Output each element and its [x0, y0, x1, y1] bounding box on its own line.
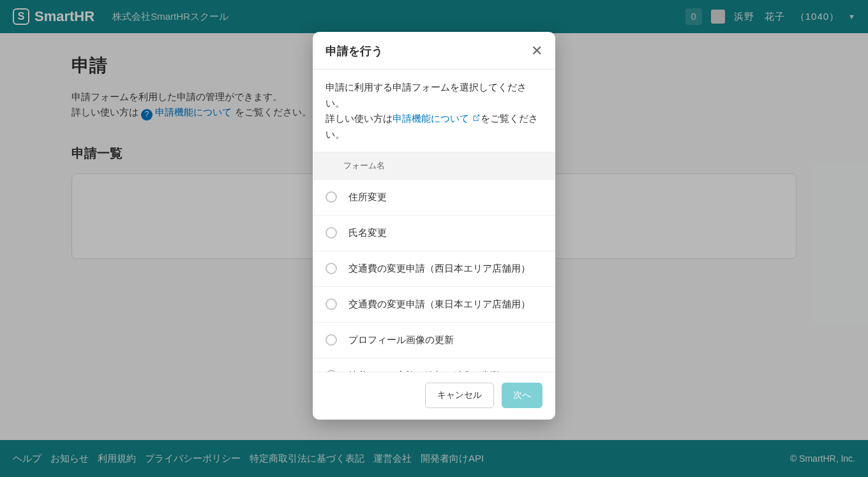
modal-desc-prefix: 詳しい使い方は	[326, 114, 393, 124]
form-row[interactable]: プロフィール画像の更新	[313, 323, 555, 358]
radio-icon[interactable]	[326, 298, 337, 310]
form-label: 氏名変更	[348, 227, 387, 239]
external-link-icon	[472, 114, 481, 122]
radio-icon[interactable]	[326, 191, 337, 203]
application-modal: 申請を行う ✕ 申請に利用する申請フォームを選択してください。 詳しい使い方は申…	[313, 32, 555, 420]
form-label: 交通費の変更申請（西日本エリア店舗用）	[348, 263, 530, 275]
radio-icon[interactable]	[326, 263, 337, 274]
cancel-button[interactable]: キャンセル	[425, 383, 494, 408]
form-list: 住所変更 氏名変更 交通費の変更申請（西日本エリア店舗用） 交通費の変更申請（東…	[313, 180, 555, 372]
form-label: 交通費の変更申請（東日本エリア店舗用）	[348, 298, 530, 311]
modal-scrim[interactable]: 申請を行う ✕ 申請に利用する申請フォームを選択してください。 詳しい使い方は申…	[0, 0, 868, 477]
modal-desc-line2: 詳しい使い方は申請機能について をご覧ください。	[326, 111, 542, 142]
radio-icon[interactable]	[326, 227, 337, 238]
modal-desc-line1: 申請に利用する申請フォームを選択してください。	[326, 80, 542, 111]
modal-title: 申請を行う	[326, 43, 383, 59]
form-label: 住所変更	[348, 191, 387, 203]
form-row[interactable]: 扶養しない家族の追加・編集・削除	[313, 358, 555, 372]
form-row[interactable]: 氏名変更	[313, 216, 555, 251]
next-button[interactable]: 次へ	[502, 383, 542, 408]
modal-desc: 申請に利用する申請フォームを選択してください。 詳しい使い方は申請機能について …	[313, 70, 555, 152]
form-row[interactable]: 交通費の変更申請（東日本エリア店舗用）	[313, 287, 555, 323]
modal-footer: キャンセル 次へ	[313, 372, 555, 420]
form-label: プロフィール画像の更新	[348, 334, 454, 346]
form-row[interactable]: 交通費の変更申請（西日本エリア店舗用）	[313, 251, 555, 287]
radio-icon[interactable]	[326, 334, 337, 346]
close-button[interactable]: ✕	[531, 44, 542, 58]
modal-help-link[interactable]: 申請機能について	[393, 114, 469, 124]
close-icon: ✕	[531, 43, 542, 59]
modal-header: 申請を行う ✕	[313, 32, 555, 70]
form-row[interactable]: 住所変更	[313, 180, 555, 216]
form-list-header: フォーム名	[313, 152, 555, 180]
